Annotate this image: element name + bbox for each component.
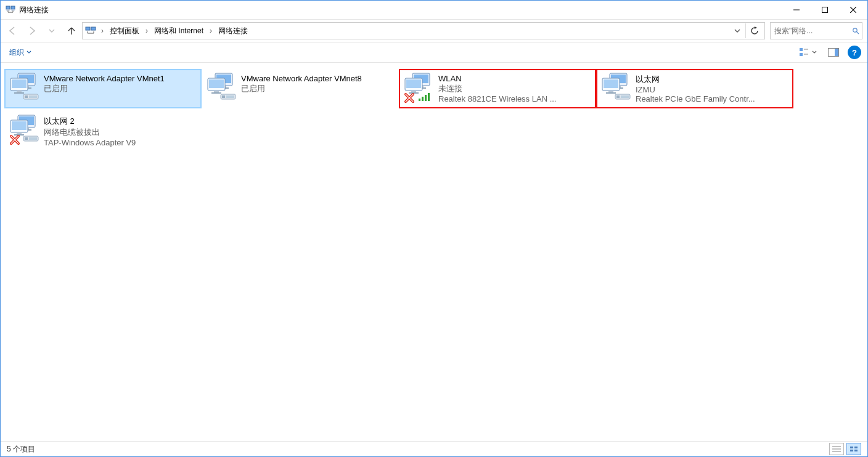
connection-text: 以太网 2网络电缆被拔出TAP-Windows Adapter V9 [44, 115, 197, 147]
svg-rect-3 [11, 9, 15, 10]
svg-rect-24 [17, 91, 22, 92]
connection-device: TAP-Windows Adapter V9 [44, 138, 197, 147]
connection-status: IZMU [636, 85, 788, 94]
breadcrumb-separator[interactable]: › [100, 26, 105, 35]
connection-status: 网络电缆被拔出 [44, 127, 197, 138]
connection-item[interactable]: 以太网 2网络电缆被拔出TAP-Windows Adapter V9 [4, 111, 202, 150]
network-adapter-icon [9, 115, 44, 149]
search-box[interactable] [770, 22, 862, 39]
svg-rect-73 [29, 137, 37, 140]
up-button[interactable] [62, 22, 81, 39]
svg-rect-57 [604, 79, 618, 88]
breadcrumb-separator[interactable]: › [144, 26, 149, 35]
view-details-button[interactable] [829, 443, 844, 455]
connection-text: 以太网IZMURealtek PCIe GbE Family Contr... [636, 73, 788, 103]
connection-text: VMware Network Adapter VMnet8已启用 [241, 73, 394, 94]
maximize-button[interactable] [811, 1, 839, 19]
chevron-down-icon [27, 50, 31, 55]
refresh-button[interactable] [745, 23, 763, 38]
svg-rect-48 [419, 99, 420, 101]
svg-rect-13 [800, 53, 803, 56]
svg-rect-28 [29, 95, 37, 98]
address-dropdown-button[interactable] [732, 23, 743, 38]
svg-rect-34 [209, 79, 224, 88]
svg-rect-35 [214, 91, 219, 92]
close-button[interactable] [839, 1, 867, 19]
connection-item[interactable]: VMware Network Adapter VMnet8已启用 [202, 69, 399, 108]
connection-status: 未连接 [438, 83, 591, 94]
svg-line-11 [857, 32, 859, 34]
connection-text: VMware Network Adapter VMnet1已启用 [44, 73, 197, 94]
title-bar: 网络连接 [1, 1, 867, 19]
breadcrumb-control-panel[interactable]: 控制面板 [107, 25, 142, 38]
connection-name: 以太网 [636, 74, 788, 85]
svg-point-10 [853, 28, 857, 32]
breadcrumb-network-internet[interactable]: 网络和 Internet [152, 25, 206, 38]
view-large-icons-button[interactable] [846, 443, 861, 455]
svg-rect-79 [850, 450, 853, 451]
connection-status: 已启用 [44, 83, 197, 94]
connections-list: VMware Network Adapter VMnet1已启用 VMware … [1, 63, 867, 441]
address-icon [85, 25, 96, 36]
title-icon [6, 5, 15, 15]
connection-device: Realtek 8821CE Wireless LAN ... [438, 94, 591, 103]
svg-rect-27 [25, 95, 28, 98]
svg-rect-17 [835, 49, 838, 56]
svg-rect-62 [621, 95, 629, 98]
connection-item[interactable]: VMware Network Adapter VMnet1已启用 [4, 69, 202, 108]
svg-rect-58 [608, 91, 613, 92]
toolbar-right: ? [797, 46, 861, 59]
window-title: 网络连接 [19, 5, 49, 15]
forward-button[interactable] [23, 22, 41, 39]
svg-rect-77 [850, 447, 853, 448]
preview-pane-button[interactable] [825, 47, 841, 58]
status-bar: 5 个项目 [1, 441, 867, 456]
svg-rect-72 [25, 137, 28, 140]
svg-rect-1 [11, 6, 15, 9]
back-button[interactable] [3, 22, 22, 39]
svg-rect-49 [422, 97, 424, 101]
connection-name: VMware Network Adapter VMnet1 [44, 74, 197, 83]
connection-name: VMware Network Adapter VMnet8 [241, 74, 394, 83]
breadcrumb-network-connections[interactable]: 网络连接 [216, 25, 250, 38]
network-adapter-icon [404, 73, 438, 107]
connection-name: WLAN [438, 74, 591, 83]
minimize-button[interactable] [782, 1, 811, 19]
connection-text: WLAN未连接Realtek 8821CE Wireless LAN ... [438, 73, 591, 103]
breadcrumb-separator[interactable]: › [208, 26, 213, 35]
help-button[interactable]: ? [848, 46, 861, 59]
network-adapter-icon [601, 73, 636, 107]
svg-rect-38 [222, 95, 225, 98]
network-adapter-icon [207, 73, 241, 107]
connection-device: Realtek PCIe GbE Family Contr... [636, 94, 788, 103]
svg-rect-0 [6, 6, 10, 9]
view-options-button[interactable] [797, 47, 819, 58]
explorer-window: 网络连接 [0, 0, 868, 457]
connection-name: 以太网 2 [44, 116, 197, 127]
search-input[interactable] [773, 26, 850, 36]
svg-rect-51 [428, 93, 430, 101]
organize-button[interactable]: 组织 [7, 46, 34, 59]
recent-locations-button[interactable] [43, 22, 61, 39]
svg-rect-2 [6, 9, 10, 10]
window-controls [782, 1, 867, 19]
svg-rect-78 [854, 447, 858, 448]
navigation-bar: › 控制面板 › 网络和 Internet › 网络连接 [1, 19, 867, 42]
connection-item[interactable]: 以太网IZMURealtek PCIe GbE Family Contr... [596, 69, 793, 108]
connection-item[interactable]: WLAN未连接Realtek 8821CE Wireless LAN ... [399, 69, 596, 108]
svg-rect-12 [800, 48, 803, 51]
svg-rect-5 [822, 7, 828, 13]
svg-rect-9 [91, 27, 96, 30]
connection-status: 已启用 [241, 83, 394, 94]
network-adapter-icon [9, 73, 44, 107]
command-bar: 组织 ? [1, 42, 867, 63]
svg-rect-8 [86, 27, 90, 30]
item-count: 5 个项目 [7, 444, 35, 455]
svg-rect-61 [616, 95, 620, 98]
svg-rect-80 [854, 450, 858, 451]
search-icon [852, 27, 859, 34]
svg-rect-50 [425, 95, 427, 101]
address-bar[interactable]: › 控制面板 › 网络和 Internet › 网络连接 [82, 22, 765, 39]
svg-rect-45 [406, 79, 421, 88]
organize-label: 组织 [9, 47, 24, 58]
